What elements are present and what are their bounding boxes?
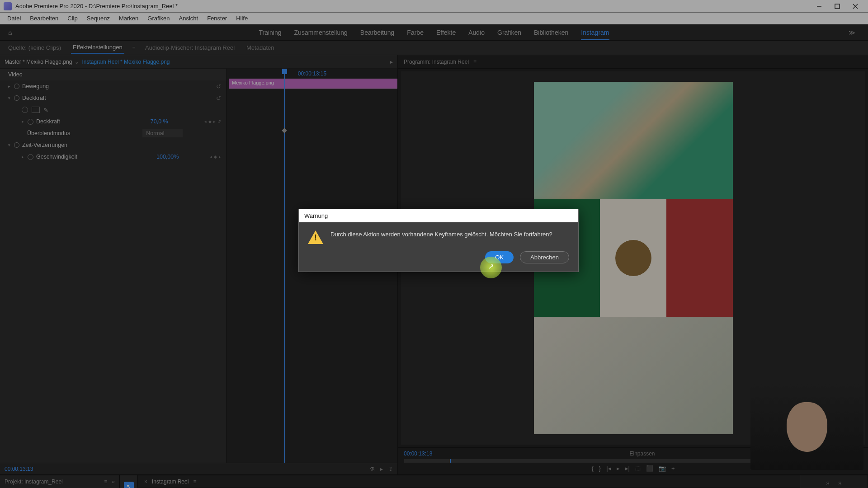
- keyframe-nav: ◂ ◆ ▸ ↺: [204, 119, 221, 124]
- solo-left[interactable]: S: [826, 481, 830, 486]
- tab-metadaten[interactable]: Metadaten: [245, 42, 276, 53]
- ok-button[interactable]: OK: [485, 251, 514, 263]
- blend-mode-row[interactable]: Überblendmodus Normal: [0, 127, 226, 139]
- tab-effekteinstellungen[interactable]: Effekteinstellungen: [71, 42, 124, 54]
- motion-effect-row[interactable]: ▸ Bewegung ↺: [0, 80, 226, 92]
- step-forward-icon[interactable]: ▸|: [625, 465, 630, 472]
- add-keyframe-icon[interactable]: ◆: [214, 155, 217, 159]
- opacity-value[interactable]: 70,0 %: [151, 118, 168, 125]
- twirl-icon[interactable]: ▸: [22, 155, 24, 159]
- mark-in-icon[interactable]: {: [591, 465, 593, 472]
- panel-menu-icon[interactable]: ≡: [473, 59, 476, 65]
- workspace-bibliotheken[interactable]: Bibliotheken: [534, 29, 568, 36]
- time-remap-row[interactable]: ▾ Zeit-Verzerrungen: [0, 139, 226, 151]
- menu-marken[interactable]: Marken: [114, 15, 143, 22]
- sequence-clip-link[interactable]: Instagram Reel * Mexiko Flagge.png: [82, 59, 170, 65]
- menu-grafiken[interactable]: Grafiken: [143, 15, 174, 22]
- rectangle-mask-icon[interactable]: [32, 107, 40, 113]
- step-back-icon[interactable]: |◂: [606, 465, 611, 472]
- panel-menu-icon[interactable]: ≡: [132, 45, 135, 51]
- menu-hilfe[interactable]: Hilfe: [231, 15, 252, 22]
- twirl-icon[interactable]: ▸: [22, 119, 24, 124]
- workspace-training[interactable]: Training: [259, 29, 281, 36]
- twirl-icon[interactable]: ▾: [8, 143, 10, 147]
- effect-parameter-list: Video ▸ Bewegung ↺ ▾ Deckkraft ↺ ✎: [0, 69, 226, 463]
- cancel-button[interactable]: Abbrechen: [520, 251, 569, 263]
- menu-bearbeiten[interactable]: Bearbeiten: [25, 15, 63, 22]
- mini-clip-bar[interactable]: Mexiko Flagge.png: [229, 79, 397, 89]
- project-panel: Projekt: Instagram_Reel ≡ » Instagram_Re…: [0, 475, 120, 488]
- ellipse-mask-icon[interactable]: [22, 107, 28, 113]
- fx-badge-icon[interactable]: [14, 95, 19, 101]
- workspace-grafiken[interactable]: Grafiken: [497, 29, 521, 36]
- current-timecode[interactable]: 00:00:13:13: [5, 466, 33, 472]
- filter-icon[interactable]: ⚗: [370, 466, 375, 472]
- stopwatch-icon[interactable]: [28, 154, 33, 160]
- export-frame-icon[interactable]: 📷: [659, 465, 666, 472]
- chevron-right-icon[interactable]: »: [112, 479, 115, 485]
- extract-icon[interactable]: ⬛: [646, 465, 653, 472]
- prev-keyframe-icon[interactable]: ◂: [210, 155, 212, 159]
- close-sequence-icon[interactable]: ×: [144, 479, 147, 485]
- workspace-bearbeitung[interactable]: Bearbeitung: [360, 29, 395, 36]
- menu-datei[interactable]: Datei: [3, 15, 25, 22]
- workspace-instagram[interactable]: Instagram: [581, 29, 609, 36]
- workspace-overflow-icon[interactable]: ≫: [849, 29, 855, 36]
- maximize-button[interactable]: [828, 0, 846, 12]
- close-button[interactable]: [846, 0, 864, 12]
- mini-timecode: 00:00:13:15: [298, 70, 326, 77]
- panel-menu-icon[interactable]: ≡: [193, 479, 196, 485]
- workspace-effekte[interactable]: Effekte: [436, 29, 456, 36]
- sequence-tab[interactable]: Instagram Reel: [152, 479, 189, 485]
- solo-right[interactable]: S: [839, 481, 842, 486]
- blend-mode-dropdown[interactable]: Normal: [142, 129, 182, 137]
- menu-clip[interactable]: Clip: [63, 15, 82, 22]
- keyframe-marker-icon[interactable]: [282, 128, 287, 133]
- reset-icon[interactable]: ↺: [216, 95, 221, 102]
- add-keyframe-icon[interactable]: ◆: [208, 119, 212, 124]
- fx-badge-icon[interactable]: [14, 142, 19, 148]
- play-icon[interactable]: ▸: [617, 465, 620, 472]
- play-icon[interactable]: ▸: [380, 466, 383, 472]
- stopwatch-icon[interactable]: [28, 119, 33, 125]
- mark-out-icon[interactable]: }: [599, 465, 601, 472]
- prev-keyframe-icon[interactable]: ◂: [204, 119, 207, 124]
- selection-tool-icon[interactable]: ↖: [124, 482, 134, 488]
- workspace-farbe[interactable]: Farbe: [407, 29, 424, 36]
- tab-audioclip-mischer[interactable]: Audioclip-Mischer: Instagram Reel: [143, 42, 236, 53]
- workspace-zusammenstellung[interactable]: Zusammenstellung: [294, 29, 348, 36]
- lift-icon[interactable]: ⬚: [635, 465, 641, 472]
- next-keyframe-icon[interactable]: ▸: [219, 155, 221, 159]
- reset-icon[interactable]: ↺: [217, 119, 221, 124]
- panel-menu-icon[interactable]: ≡: [104, 479, 107, 485]
- reset-icon[interactable]: ↺: [216, 83, 221, 90]
- next-keyframe-icon[interactable]: ▸: [213, 119, 216, 124]
- twirl-icon[interactable]: ▸: [8, 84, 10, 89]
- chevron-down-icon[interactable]: ⌄: [75, 59, 79, 65]
- play-only-icon[interactable]: ▸: [390, 59, 393, 65]
- pen-mask-icon[interactable]: ✎: [43, 107, 48, 113]
- speed-value[interactable]: 100,00%: [156, 154, 179, 160]
- home-icon[interactable]: ⌂: [8, 29, 12, 36]
- effect-controls-footer: 00:00:13:13 ⚗ ▸ ⇪: [0, 463, 397, 474]
- program-panel-title[interactable]: Programm: Instagram Reel: [404, 59, 469, 65]
- fx-badge-icon[interactable]: [14, 84, 19, 89]
- opacity-effect-row[interactable]: ▾ Deckkraft ↺: [0, 92, 226, 104]
- speed-row[interactable]: ▸ Geschwindigkeit 100,00% ◂ ◆ ▸: [0, 151, 226, 163]
- app-icon: [4, 2, 12, 10]
- workspace-audio[interactable]: Audio: [468, 29, 485, 36]
- menu-sequenz[interactable]: Sequenz: [82, 15, 114, 22]
- master-clip-label[interactable]: Master * Mexiko Flagge.png: [5, 59, 72, 65]
- fit-dropdown[interactable]: Einpassen: [630, 450, 655, 457]
- menu-ansicht[interactable]: Ansicht: [174, 15, 203, 22]
- button-editor-icon[interactable]: +: [671, 465, 675, 472]
- tab-quelle[interactable]: Quelle: (keine Clips): [6, 42, 63, 53]
- export-icon[interactable]: ⇪: [388, 466, 393, 472]
- project-panel-title[interactable]: Projekt: Instagram_Reel: [5, 479, 63, 485]
- opacity-property-row[interactable]: ▸ Deckkraft 70,0 % ◂ ◆ ▸ ↺: [0, 116, 226, 127]
- twirl-icon[interactable]: ▾: [8, 96, 10, 100]
- eagle-emblem: [615, 240, 651, 276]
- minimize-button[interactable]: [810, 0, 828, 12]
- menu-fenster[interactable]: Fenster: [203, 15, 231, 22]
- program-timecode-left[interactable]: 00:00:13:13: [404, 450, 432, 457]
